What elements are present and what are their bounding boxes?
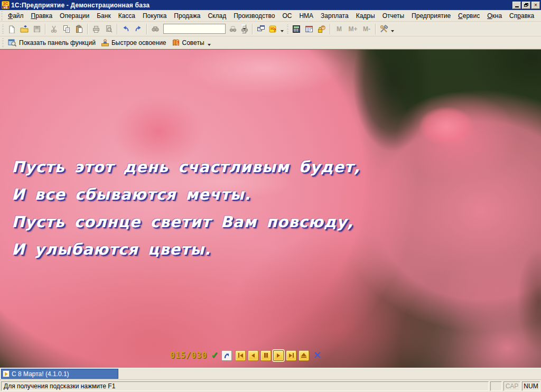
poem-line: И все сбываются мечты. bbox=[12, 181, 360, 208]
quick-learning-icon bbox=[101, 39, 109, 47]
tips-label: Советы bbox=[182, 39, 204, 46]
menu-item-сервис[interactable]: Сервис bbox=[454, 11, 483, 21]
menu-item-покупка[interactable]: Покупка bbox=[139, 11, 170, 21]
toolbar-separator bbox=[87, 24, 88, 34]
eject-icon bbox=[301, 353, 306, 358]
menu-item-зарплата[interactable]: Зарплата bbox=[317, 11, 352, 21]
status-panel-empty bbox=[490, 381, 502, 391]
save-button[interactable] bbox=[31, 23, 43, 35]
slideshow-controls: 015/030 ✓ bbox=[170, 350, 322, 361]
menu-item-касса[interactable]: Касса bbox=[115, 11, 139, 21]
menu-item-нма[interactable]: НМА bbox=[295, 11, 317, 21]
close-slideshow-button[interactable] bbox=[313, 351, 322, 360]
open-file-button[interactable] bbox=[18, 23, 31, 35]
app-icon: 1С v8 bbox=[2, 1, 10, 9]
save-icon bbox=[33, 25, 41, 33]
title-bar[interactable]: 1С v8 1С:Предприятие - Демонстрационная … bbox=[0, 0, 541, 10]
help-button[interactable]: 1С? bbox=[267, 23, 280, 35]
new-document-icon bbox=[7, 25, 16, 33]
user-access-button[interactable] bbox=[315, 23, 328, 35]
undo-button[interactable] bbox=[119, 23, 132, 35]
print-icon bbox=[92, 25, 100, 33]
pause-button[interactable] bbox=[260, 350, 271, 361]
new-document-button[interactable] bbox=[5, 23, 18, 35]
cut-button[interactable] bbox=[48, 23, 60, 35]
toolbar-grip[interactable] bbox=[1, 12, 3, 20]
open-folder-icon bbox=[20, 25, 29, 33]
find-next-button[interactable] bbox=[227, 23, 239, 35]
help-1c-icon: 1С? bbox=[269, 25, 278, 33]
copy-icon bbox=[62, 25, 71, 33]
restore-button[interactable] bbox=[522, 2, 530, 9]
toolbar-grip[interactable] bbox=[2, 25, 4, 33]
next-slide-button[interactable] bbox=[286, 350, 296, 361]
toolbar-separator bbox=[146, 24, 147, 34]
copy-button[interactable] bbox=[60, 23, 73, 35]
paste-button[interactable] bbox=[73, 23, 86, 35]
function-toolbar: Показать панель функций Быстрое освоение… bbox=[0, 36, 541, 49]
menu-item-правка[interactable]: Правка bbox=[27, 11, 57, 21]
jump-button[interactable] bbox=[221, 350, 232, 361]
first-slide-button[interactable] bbox=[235, 350, 246, 361]
toolbar-grip[interactable] bbox=[2, 39, 4, 47]
menu-item-отчеты[interactable]: Отчеты bbox=[379, 11, 408, 21]
help-options-arrow-icon[interactable] bbox=[281, 30, 284, 32]
memory-subtract-button[interactable]: M- bbox=[360, 23, 374, 35]
status-bar: Для получения подсказки нажмите F1 CAP N… bbox=[0, 379, 541, 392]
menu-item-продажа[interactable]: Продажа bbox=[170, 11, 204, 21]
redo-icon bbox=[134, 25, 143, 33]
undo-icon bbox=[122, 25, 130, 33]
user-lock-icon bbox=[318, 25, 326, 33]
window-tab-active[interactable]: С 8 Марта! (4.1.0.1) bbox=[1, 369, 118, 379]
show-function-panel-button[interactable]: Показать панель функций bbox=[5, 38, 98, 48]
toolbar-separator bbox=[45, 24, 46, 34]
funcbar-options-arrow-icon[interactable] bbox=[208, 44, 211, 46]
windows-list-button[interactable] bbox=[255, 23, 267, 35]
calculator-button[interactable] bbox=[290, 23, 303, 35]
calculator-icon bbox=[292, 25, 301, 33]
tools-options-arrow-icon[interactable] bbox=[391, 30, 394, 32]
menu-item-банк[interactable]: Банк bbox=[93, 11, 114, 21]
menu-item-кадры[interactable]: Кадры bbox=[352, 11, 379, 21]
memory-add-button[interactable]: M+ bbox=[346, 23, 360, 35]
cut-icon bbox=[50, 25, 58, 33]
menu-item-справка[interactable]: Справка bbox=[506, 11, 538, 21]
poem-line: Пусть солнце светит Вам повсюду, bbox=[12, 208, 360, 236]
back-icon bbox=[251, 353, 255, 358]
skip-to-start-icon bbox=[240, 353, 243, 358]
menu-item-склад[interactable]: Склад bbox=[204, 11, 230, 21]
eject-button[interactable] bbox=[299, 350, 309, 361]
menu-item-файл[interactable]: Файл bbox=[4, 11, 27, 21]
find-button[interactable] bbox=[149, 23, 162, 35]
menu-item-предприятие[interactable]: Предприятие bbox=[408, 11, 454, 21]
paste-icon bbox=[75, 25, 83, 33]
menu-item-производство[interactable]: Производство bbox=[230, 11, 278, 21]
redo-button[interactable] bbox=[132, 23, 145, 35]
minimize-button[interactable] bbox=[512, 2, 521, 9]
close-button[interactable]: × bbox=[531, 2, 540, 9]
poem-text: Пусть этот день счастливым будет, И все … bbox=[12, 153, 360, 263]
tools-icon bbox=[379, 25, 389, 33]
checkmark-icon[interactable]: ✓ bbox=[211, 350, 218, 361]
play-button[interactable] bbox=[273, 350, 284, 361]
forward-icon bbox=[289, 353, 292, 358]
tips-book-icon: ? bbox=[172, 39, 180, 47]
application-window: 1С v8 1С:Предприятие - Демонстрационная … bbox=[0, 0, 541, 392]
binoculars-next-icon bbox=[229, 25, 237, 33]
print-button[interactable] bbox=[90, 23, 102, 35]
poem-line: Пусть этот день счастливым будет, bbox=[12, 153, 360, 181]
quick-learning-button[interactable]: Быстрое освоение bbox=[98, 38, 169, 48]
menu-item-операции[interactable]: Операции bbox=[56, 11, 93, 21]
previous-slide-button[interactable] bbox=[248, 350, 258, 361]
tips-button[interactable]: ? Советы bbox=[169, 38, 207, 48]
main-toolbar: 1С? M M+ M- bbox=[0, 22, 541, 36]
menu-item-ос[interactable]: ОС bbox=[278, 11, 295, 21]
toolbar-grip[interactable] bbox=[287, 25, 288, 33]
print-preview-button[interactable] bbox=[102, 23, 115, 35]
toolbar-separator bbox=[330, 24, 331, 34]
memory-recall-button[interactable]: M bbox=[332, 23, 346, 35]
calendar-button[interactable] bbox=[303, 23, 315, 35]
service-tools-button[interactable] bbox=[378, 23, 390, 35]
find-previous-button[interactable] bbox=[239, 23, 250, 35]
menu-item-окна[interactable]: Окна bbox=[483, 11, 506, 21]
